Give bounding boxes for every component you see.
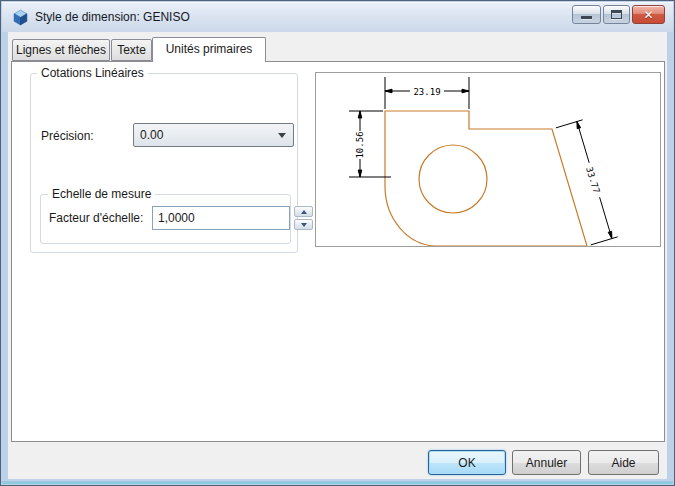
arrow-up-icon bbox=[301, 210, 307, 214]
tab-page-unites-primaires: Cotations Linéaires Précision: 0.00 Eche… bbox=[11, 61, 665, 442]
tab-unites-primaires[interactable]: Unités primaires bbox=[152, 37, 266, 62]
dialog-client-area: Lignes et flèches Texte Unités primaires… bbox=[8, 32, 667, 479]
close-icon: ✕ bbox=[643, 9, 653, 21]
app-cube-icon bbox=[12, 9, 29, 26]
precision-selected-value: 0.00 bbox=[140, 128, 163, 142]
group-title: Cotations Linéaires bbox=[37, 66, 148, 80]
tab-label: Texte bbox=[117, 43, 146, 57]
dimension-preview: 23.19 10.56 33.77 bbox=[315, 72, 661, 247]
ok-button[interactable]: OK bbox=[428, 450, 506, 475]
tab-lignes-et-fleches[interactable]: Lignes et flèches bbox=[12, 39, 110, 61]
group-echelle-de-mesure: Echelle de mesure Facteur d'échelle: bbox=[40, 194, 291, 244]
spinner-down-button[interactable] bbox=[294, 219, 313, 230]
minimize-icon bbox=[581, 16, 592, 19]
cancel-button[interactable]: Annuler bbox=[512, 450, 581, 475]
scale-factor-label: Facteur d'échelle: bbox=[49, 211, 143, 225]
precision-dropdown[interactable]: 0.00 bbox=[133, 123, 294, 147]
chevron-down-icon bbox=[278, 133, 286, 138]
group-cotations-lineaires: Cotations Linéaires Précision: 0.00 Eche… bbox=[30, 73, 298, 253]
scale-factor-stepper bbox=[294, 206, 313, 230]
tab-label: Lignes et flèches bbox=[16, 43, 106, 57]
part-outline bbox=[385, 111, 587, 246]
minimize-button[interactable] bbox=[572, 5, 601, 24]
spinner-up-button[interactable] bbox=[294, 206, 313, 217]
group-title: Echelle de mesure bbox=[48, 187, 155, 201]
preview-drawing: 23.19 10.56 33.77 bbox=[316, 73, 660, 246]
dimension-lines bbox=[349, 77, 618, 245]
titlebar[interactable]: Style de dimension: GENISO ✕ bbox=[2, 2, 673, 32]
dimension-style-dialog: Style de dimension: GENISO ✕ Lignes et f… bbox=[0, 0, 675, 486]
precision-label: Précision: bbox=[41, 129, 94, 143]
caption-buttons: ✕ bbox=[572, 5, 665, 24]
dim-value-left: 10.56 bbox=[355, 131, 365, 158]
maximize-icon bbox=[611, 10, 622, 19]
window-bottom-edge bbox=[2, 481, 673, 484]
help-button[interactable]: Aide bbox=[588, 450, 659, 475]
tab-label: Unités primaires bbox=[166, 42, 253, 56]
maximize-button[interactable] bbox=[603, 5, 630, 24]
dim-value-right: 33.77 bbox=[584, 166, 601, 195]
window-title: Style de dimension: GENISO bbox=[35, 10, 190, 24]
dim-value-top: 23.19 bbox=[413, 87, 440, 97]
scale-factor-input[interactable] bbox=[152, 206, 290, 230]
part-hole bbox=[419, 145, 487, 213]
close-button[interactable]: ✕ bbox=[632, 5, 665, 24]
arrow-down-icon bbox=[301, 223, 307, 227]
tab-texte[interactable]: Texte bbox=[111, 39, 152, 61]
